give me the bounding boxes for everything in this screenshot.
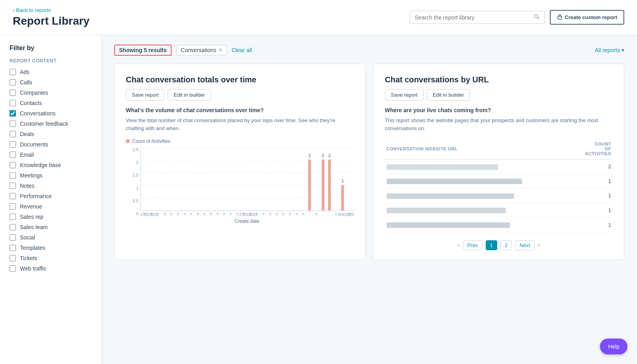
checkbox-tickets[interactable] bbox=[10, 255, 16, 261]
svg-rect-2 bbox=[558, 16, 562, 19]
header-right: Create custom report bbox=[410, 10, 624, 25]
reports-grid: Chat conversation totals over time Save … bbox=[114, 64, 624, 260]
report-subtitle-2: Where are your live chats coming from? bbox=[385, 107, 613, 113]
search-input[interactable] bbox=[415, 14, 533, 21]
y-label-2.5: 2.5 bbox=[126, 147, 139, 152]
count-cell: 1 bbox=[573, 203, 613, 218]
back-to-reports-link[interactable]: ‹ Back to reports bbox=[13, 7, 90, 13]
sidebar-item-tickets[interactable]: Tickets bbox=[0, 253, 101, 263]
header: ‹ Back to reports Report Library Create … bbox=[0, 0, 637, 35]
create-custom-report-button[interactable]: Create custom report bbox=[550, 10, 624, 25]
bar-chart: 00000000000000000000000002022010 bbox=[141, 147, 354, 210]
checkbox-knowledge_base[interactable] bbox=[10, 162, 16, 168]
checkbox-conversations[interactable] bbox=[10, 110, 16, 117]
url-blurred bbox=[387, 222, 510, 228]
x-label-1: 17/3/2020 bbox=[140, 212, 158, 217]
sidebar-item-social[interactable]: Social bbox=[0, 232, 101, 243]
next-page-button[interactable]: › bbox=[538, 241, 540, 249]
label-sales_team: Sales team bbox=[20, 224, 48, 230]
checkbox-contacts[interactable] bbox=[10, 100, 16, 106]
label-deals: Deals bbox=[20, 131, 34, 137]
label-notes: Notes bbox=[20, 183, 35, 189]
checkbox-deals[interactable] bbox=[10, 131, 16, 137]
prev-page-button[interactable]: ‹ bbox=[457, 241, 459, 249]
report-card-title: Chat conversation totals over time bbox=[126, 75, 354, 84]
checkbox-sales_team[interactable] bbox=[10, 224, 16, 230]
sidebar-item-sales_team[interactable]: Sales team bbox=[0, 222, 101, 232]
main-layout: Filter by Report content AdsCallsCompani… bbox=[0, 35, 637, 364]
sidebar-item-web_traffic[interactable]: Web traffic bbox=[0, 263, 101, 274]
count-cell: 2 bbox=[573, 160, 613, 174]
checkbox-web_traffic[interactable] bbox=[10, 265, 16, 272]
sidebar-item-ads[interactable]: Ads bbox=[0, 67, 101, 77]
checkbox-performance[interactable] bbox=[10, 193, 16, 199]
sidebar-item-contacts[interactable]: Contacts bbox=[0, 98, 101, 108]
header-left: ‹ Back to reports Report Library bbox=[13, 7, 90, 27]
y-label-0.5: 0.5 bbox=[126, 199, 139, 203]
save-report-button-1[interactable]: Save report bbox=[126, 89, 164, 101]
clear-all-button[interactable]: Clear all bbox=[232, 47, 252, 53]
sidebar-item-deals[interactable]: Deals bbox=[0, 129, 101, 139]
url-cell bbox=[385, 174, 573, 189]
sidebar-item-performance[interactable]: Performance bbox=[0, 191, 101, 201]
label-web_traffic: Web traffic bbox=[20, 265, 46, 272]
checkbox-meetings[interactable] bbox=[10, 172, 16, 179]
label-performance: Performance bbox=[20, 193, 52, 199]
label-templates: Templates bbox=[20, 245, 45, 251]
y-label-2: 2 bbox=[126, 160, 139, 165]
sidebar-item-email[interactable]: Email bbox=[0, 150, 101, 160]
bar-zero-label: 0 bbox=[170, 212, 172, 216]
report-card-chat-totals: Chat conversation totals over time Save … bbox=[114, 64, 365, 260]
sidebar-item-sales_rep[interactable]: Sales rep bbox=[0, 212, 101, 222]
bar: 2 bbox=[322, 160, 324, 210]
edit-in-builder-button-2[interactable]: Edit in builder bbox=[427, 89, 470, 101]
all-reports-button[interactable]: All reports ▾ bbox=[595, 47, 624, 53]
checkbox-email[interactable] bbox=[10, 152, 16, 158]
table-row: 1 bbox=[385, 203, 613, 218]
checkbox-notes[interactable] bbox=[10, 183, 16, 189]
checkbox-social[interactable] bbox=[10, 234, 16, 241]
sidebar-item-knowledge_base[interactable]: Knowledge base bbox=[0, 160, 101, 170]
x-label-3: 6/4/2020 bbox=[338, 212, 354, 217]
remove-conversations-filter-button[interactable]: × bbox=[219, 47, 222, 53]
checkbox-ads[interactable] bbox=[10, 69, 16, 75]
bar-label: 2 bbox=[309, 154, 311, 158]
report-content-label: Report content bbox=[0, 58, 101, 67]
bar-wrapper: 2 bbox=[307, 160, 313, 210]
count-cell: 1 bbox=[573, 189, 613, 203]
sidebar-item-revenue[interactable]: Revenue bbox=[0, 201, 101, 212]
checkbox-revenue[interactable] bbox=[10, 203, 16, 210]
checkbox-calls[interactable] bbox=[10, 79, 16, 86]
col-header-url: CONVERSATION WEBSITE URL bbox=[385, 138, 573, 160]
col-header-count: COUNTOFACTIVITIES bbox=[573, 138, 613, 160]
next-label-button[interactable]: Next bbox=[515, 240, 535, 250]
sidebar-item-conversations[interactable]: Conversations bbox=[0, 108, 101, 119]
prev-label-button[interactable]: Prev bbox=[463, 240, 483, 250]
sidebar-item-templates[interactable]: Templates bbox=[0, 243, 101, 253]
filter-bar-left: Showing 5 results Conversations × Clear … bbox=[114, 45, 252, 56]
page-2-button[interactable]: 2 bbox=[500, 240, 512, 250]
checkbox-companies[interactable] bbox=[10, 90, 16, 96]
checkbox-customer_feedback[interactable] bbox=[10, 121, 16, 127]
search-box[interactable] bbox=[410, 11, 545, 24]
url-cell bbox=[385, 218, 573, 232]
help-button[interactable]: Help bbox=[600, 339, 627, 354]
filter-bar: Showing 5 results Conversations × Clear … bbox=[114, 45, 624, 56]
page-1-button[interactable]: 1 bbox=[486, 240, 497, 250]
edit-in-builder-button-1[interactable]: Edit in builder bbox=[168, 89, 211, 101]
sidebar-item-customer_feedback[interactable]: Customer feedback bbox=[0, 119, 101, 129]
sidebar-item-notes[interactable]: Notes bbox=[0, 181, 101, 191]
label-revenue: Revenue bbox=[20, 203, 42, 210]
bar-zero-label: 0 bbox=[223, 212, 225, 216]
sidebar-item-documents[interactable]: Documents bbox=[0, 139, 101, 150]
checkbox-documents[interactable] bbox=[10, 141, 16, 148]
sidebar-item-meetings[interactable]: Meetings bbox=[0, 170, 101, 181]
checkbox-sales_rep[interactable] bbox=[10, 214, 16, 220]
checkbox-templates[interactable] bbox=[10, 245, 16, 251]
save-report-button-2[interactable]: Save report bbox=[385, 89, 424, 101]
bar-zero-label: 0 bbox=[150, 212, 152, 216]
label-documents: Documents bbox=[20, 141, 48, 148]
legend-dot bbox=[126, 139, 130, 143]
sidebar-item-companies[interactable]: Companies bbox=[0, 88, 101, 98]
sidebar-item-calls[interactable]: Calls bbox=[0, 77, 101, 88]
